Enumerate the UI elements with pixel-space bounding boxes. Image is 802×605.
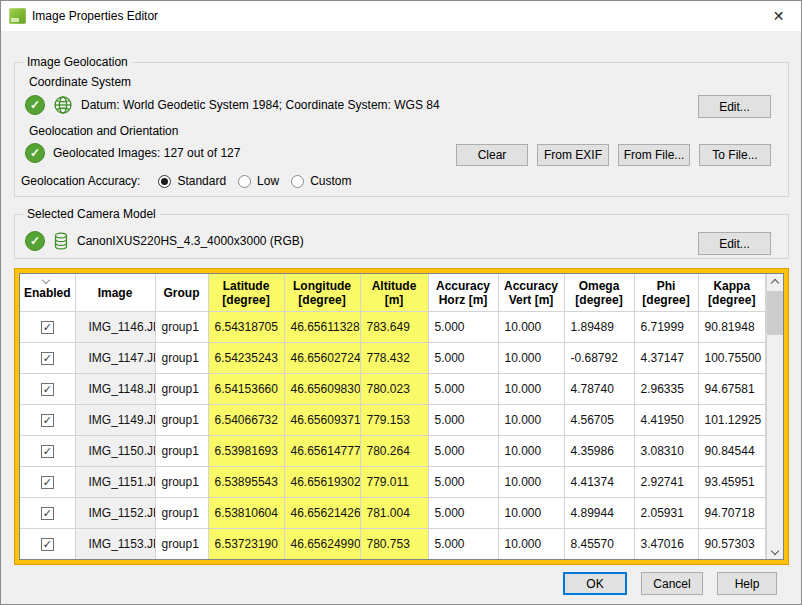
cell-enabled: ✓	[20, 466, 75, 497]
cell-altitude: 780.264	[360, 435, 428, 466]
close-icon: ✕	[773, 8, 785, 24]
to-file-button[interactable]: To File...	[699, 144, 771, 166]
col-header-altitude[interactable]: Altitude[m]	[360, 274, 428, 311]
col-header-acc_horz[interactable]: AccuracyHorz [m]	[428, 274, 498, 311]
enabled-checkbox[interactable]: ✓	[41, 538, 54, 551]
cell-latitude: 6.53981693	[208, 435, 284, 466]
group-label: Image Geolocation	[23, 55, 132, 69]
cell-image: IMG_1147.JPG	[75, 342, 155, 373]
cell-group: group1	[155, 435, 208, 466]
status-ok-icon: ✓	[25, 143, 45, 163]
cell-altitude: 781.004	[360, 497, 428, 528]
cell-latitude: 6.53810604	[208, 497, 284, 528]
col-header-kappa[interactable]: Kappa[degree]	[698, 274, 766, 311]
status-ok-icon: ✓	[25, 231, 45, 251]
cell-enabled: ✓	[20, 528, 75, 559]
col-header-omega[interactable]: Omega[degree]	[564, 274, 634, 311]
accuracy-options: StandardLowCustom	[150, 174, 351, 188]
cell-kappa: 94.70718	[698, 497, 766, 528]
col-header-latitude[interactable]: Latitude[degree]	[208, 274, 284, 311]
table-row[interactable]: ✓IMG_1148.JPGgroup16.5415366046.65609830…	[20, 373, 766, 404]
cell-phi: 2.96335	[634, 373, 698, 404]
sort-chevron-icon[interactable]	[42, 276, 50, 284]
cell-group: group1	[155, 311, 208, 342]
cell-omega: 4.41374	[564, 466, 634, 497]
table-row[interactable]: ✓IMG_1149.JPGgroup16.5406673246.65609371…	[20, 404, 766, 435]
cell-acc_vert: 10.000	[498, 466, 564, 497]
cell-image: IMG_1153.JPG	[75, 528, 155, 559]
col-header-image[interactable]: Image	[75, 274, 155, 311]
cell-enabled: ✓	[20, 404, 75, 435]
enabled-checkbox[interactable]: ✓	[41, 414, 54, 427]
cell-omega: 4.35986	[564, 435, 634, 466]
cell-acc_vert: 10.000	[498, 497, 564, 528]
enabled-checkbox[interactable]: ✓	[41, 383, 54, 396]
cell-acc_horz: 5.000	[428, 404, 498, 435]
scrollbar-track[interactable]	[767, 291, 783, 542]
help-button[interactable]: Help	[717, 572, 777, 595]
ok-button[interactable]: OK	[563, 572, 627, 595]
enabled-checkbox[interactable]: ✓	[41, 476, 54, 489]
cell-omega: 4.89944	[564, 497, 634, 528]
scrollbar-thumb[interactable]	[767, 291, 783, 335]
cell-omega: 4.56705	[564, 404, 634, 435]
table-row[interactable]: ✓IMG_1150.JPGgroup16.5398169346.65614777…	[20, 435, 766, 466]
cell-latitude: 6.53723190	[208, 528, 284, 559]
chevron-down-icon	[771, 546, 779, 554]
cell-omega: 8.45570	[564, 528, 634, 559]
col-header-acc_vert[interactable]: AccuracyVert [m]	[498, 274, 564, 311]
status-ok-icon: ✓	[25, 95, 45, 115]
enabled-checkbox[interactable]: ✓	[41, 445, 54, 458]
enabled-checkbox[interactable]: ✓	[41, 507, 54, 520]
cell-acc_vert: 10.000	[498, 435, 564, 466]
col-header-enabled[interactable]: Enabled	[20, 274, 75, 311]
cell-longitude: 46.65619302	[284, 466, 360, 497]
geolocation-accuracy-label: Geolocation Accuracy:	[21, 174, 140, 188]
radio-low[interactable]: Low	[238, 174, 279, 188]
cell-acc_horz: 5.000	[428, 528, 498, 559]
cell-acc_horz: 5.000	[428, 373, 498, 404]
geolocation-orientation-label: Geolocation and Orientation	[29, 124, 178, 138]
table-row[interactable]: ✓IMG_1153.JPGgroup16.5372319046.65624990…	[20, 528, 766, 559]
cell-longitude: 46.65624990	[284, 528, 360, 559]
radio-standard[interactable]: Standard	[158, 174, 226, 188]
col-header-longitude[interactable]: Longitude[degree]	[284, 274, 360, 311]
radio-label: Custom	[310, 174, 351, 188]
col-header-phi[interactable]: Phi[degree]	[634, 274, 698, 311]
cell-altitude: 780.753	[360, 528, 428, 559]
cell-phi: 6.71999	[634, 311, 698, 342]
table-row[interactable]: ✓IMG_1146.JPGgroup16.5431870546.65611328…	[20, 311, 766, 342]
from-exif-button[interactable]: From EXIF	[537, 144, 609, 166]
enabled-checkbox[interactable]: ✓	[41, 321, 54, 334]
cell-acc_horz: 5.000	[428, 435, 498, 466]
image-table-highlight-frame: EnabledImageGroupLatitude[degree]Longitu…	[14, 268, 789, 565]
cell-acc_horz: 5.000	[428, 497, 498, 528]
vertical-scrollbar[interactable]	[766, 274, 783, 559]
cell-group: group1	[155, 404, 208, 435]
cell-altitude: 783.649	[360, 311, 428, 342]
cell-kappa: 90.57303	[698, 528, 766, 559]
cell-altitude: 778.432	[360, 342, 428, 373]
cell-enabled: ✓	[20, 342, 75, 373]
col-header-group[interactable]: Group	[155, 274, 208, 311]
enabled-checkbox[interactable]: ✓	[41, 352, 54, 365]
clear-button[interactable]: Clear	[456, 144, 528, 166]
table-row[interactable]: ✓IMG_1152.JPGgroup16.5381060446.65621426…	[20, 497, 766, 528]
cancel-button[interactable]: Cancel	[641, 572, 703, 595]
app-logo-icon	[9, 8, 26, 24]
table-row[interactable]: ✓IMG_1151.JPGgroup16.5389554346.65619302…	[20, 466, 766, 497]
camera-model-edit-button[interactable]: Edit...	[698, 232, 771, 255]
radio-icon	[158, 175, 171, 188]
image-table: EnabledImageGroupLatitude[degree]Longitu…	[20, 274, 766, 560]
cell-acc_vert: 10.000	[498, 528, 564, 559]
cell-altitude: 780.023	[360, 373, 428, 404]
table-row[interactable]: ✓IMG_1147.JPGgroup16.5423524346.65602724…	[20, 342, 766, 373]
scroll-up-button[interactable]	[767, 274, 783, 291]
cell-kappa: 93.45951	[698, 466, 766, 497]
coordinate-system-edit-button[interactable]: Edit...	[698, 95, 771, 118]
cell-phi: 3.47016	[634, 528, 698, 559]
scroll-down-button[interactable]	[767, 542, 783, 559]
close-button[interactable]: ✕	[756, 1, 801, 30]
from-file-button[interactable]: From File...	[618, 144, 690, 166]
radio-custom[interactable]: Custom	[291, 174, 351, 188]
